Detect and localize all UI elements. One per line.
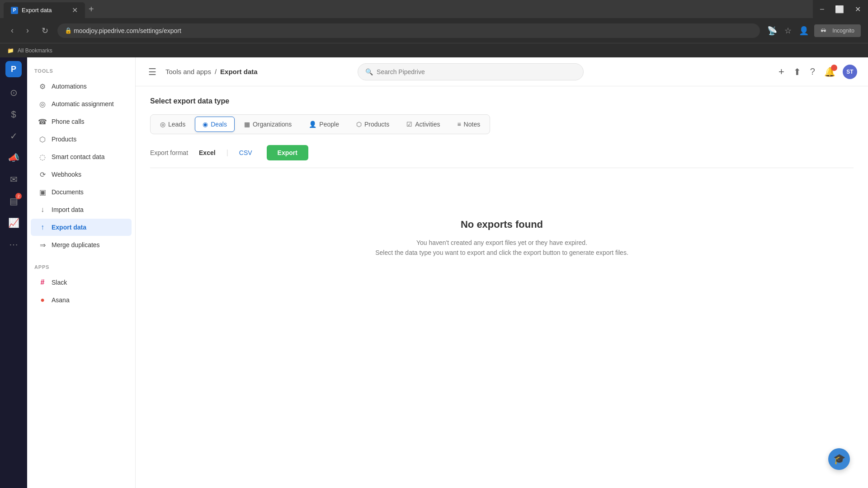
rail-item-home[interactable]: ⊙: [4, 83, 24, 103]
tab-products[interactable]: ⬡ Products: [349, 117, 397, 132]
slack-icon: #: [38, 278, 47, 287]
empty-desc-line2: Select the data type you want to export …: [375, 249, 628, 256]
sidebar-item-slack[interactable]: # Slack: [31, 274, 132, 291]
tab-leads[interactable]: ◎ Leads: [152, 117, 193, 132]
add-new-button[interactable]: +: [777, 64, 786, 80]
rail-item-mail[interactable]: ✉: [4, 169, 24, 189]
header-actions: + ⬆ ? 🔔 ST: [777, 64, 857, 80]
export-button[interactable]: Export: [267, 145, 308, 160]
breadcrumb-current: Export data: [220, 68, 258, 75]
sidebar-item-documents[interactable]: ▣ Documents: [31, 183, 132, 201]
rail-item-reports[interactable]: 📈: [4, 213, 24, 233]
rail-item-calendar[interactable]: ▤ 2: [4, 191, 24, 211]
sidebar-item-products[interactable]: ⬡ Products: [31, 131, 132, 148]
sidebar-item-automatic-assignment[interactable]: ◎ Automatic assignment: [31, 95, 132, 113]
import-icon: ↓: [38, 205, 47, 214]
tab-close-button[interactable]: ✕: [72, 6, 78, 14]
bookmarks-label[interactable]: All Bookmarks: [18, 47, 52, 54]
browser-tab[interactable]: P Export data ✕: [4, 2, 85, 18]
win-minimize-button[interactable]: –: [816, 3, 828, 15]
tab-activities[interactable]: ☑ Activities: [399, 117, 448, 132]
bookmarks-folder-icon: 📁: [7, 47, 14, 54]
tab-leads-label: Leads: [168, 121, 185, 128]
main-content: ☰ Tools and apps / Export data 🔍 + ⬆ ? 🔔…: [136, 57, 868, 488]
products-icon: ⬡: [38, 135, 47, 144]
export-format-row: Export format Excel | CSV Export: [150, 145, 854, 168]
sidebar-apps-label: APPS: [27, 261, 135, 273]
activities-tab-icon: ☑: [406, 121, 412, 128]
tab-organizations-label: Organizations: [253, 121, 292, 128]
automatic-assignment-icon: ◎: [38, 99, 47, 108]
empty-state-description: You haven't created any export files yet…: [375, 238, 628, 258]
products-tab-icon: ⬡: [356, 121, 362, 128]
user-avatar[interactable]: ST: [843, 65, 857, 79]
floating-help-button[interactable]: 🎓: [828, 448, 850, 470]
bookmark-star-icon[interactable]: ☆: [783, 24, 793, 38]
rail-item-announcements[interactable]: 📣: [4, 148, 24, 168]
sidebar-item-asana-label: Asana: [52, 296, 70, 304]
automations-icon: ⚙: [38, 82, 47, 91]
sidebar-item-phone-calls[interactable]: ☎ Phone calls: [31, 113, 132, 130]
sidebar-item-phone-calls-label: Phone calls: [52, 118, 84, 125]
sidebar-item-documents-label: Documents: [52, 188, 84, 196]
sidebar-item-asana[interactable]: ● Asana: [31, 291, 132, 309]
search-bar[interactable]: 🔍: [358, 63, 584, 80]
excel-format-option[interactable]: Excel: [195, 147, 219, 158]
sidebar-item-export-data[interactable]: ↑ Export data: [31, 219, 132, 236]
tab-people[interactable]: 👤 People: [301, 117, 347, 132]
merge-icon: ⇒: [38, 240, 47, 249]
tab-notes[interactable]: ≡ Notes: [449, 117, 488, 132]
new-tab-button[interactable]: +: [85, 4, 98, 14]
sidebar-item-smart-contact[interactable]: ◌ Smart contact data: [31, 148, 132, 165]
tab-organizations[interactable]: ▦ Organizations: [236, 117, 299, 132]
empty-state-title: No exports found: [461, 219, 543, 230]
search-input[interactable]: [377, 68, 576, 75]
win-maximize-button[interactable]: ⬜: [831, 3, 848, 15]
profile-icon[interactable]: 👤: [797, 24, 811, 38]
section-title: Select export data type: [150, 97, 854, 105]
rail-item-deals[interactable]: $: [4, 104, 24, 124]
pipedrive-logo[interactable]: P: [5, 61, 22, 77]
notes-tab-icon: ≡: [457, 121, 461, 128]
sidebar-item-merge-duplicates[interactable]: ⇒ Merge duplicates: [31, 236, 132, 253]
sidebar-item-webhooks[interactable]: ⟳ Webhooks: [31, 166, 132, 183]
tab-people-label: People: [319, 121, 339, 128]
sidebar-item-automations-label: Automations: [52, 83, 87, 90]
search-icon: 🔍: [365, 68, 373, 75]
updates-button[interactable]: ⬆: [792, 65, 803, 79]
forward-button[interactable]: ›: [23, 24, 33, 37]
address-bar[interactable]: 🔒 moodjoy.pipedrive.com/settings/export: [57, 23, 760, 38]
smart-contact-icon: ◌: [38, 152, 47, 161]
webhooks-icon: ⟳: [38, 170, 47, 179]
phone-calls-icon: ☎: [38, 117, 47, 126]
incognito-badge: 🕶 Incognito: [814, 24, 861, 37]
help-button[interactable]: ?: [808, 65, 817, 79]
cast-icon[interactable]: 📡: [765, 24, 779, 38]
sidebar-item-merge-label: Merge duplicates: [52, 241, 100, 249]
notification-badge: [831, 65, 837, 71]
tab-deals[interactable]: ◉ Deals: [195, 117, 235, 132]
breadcrumb-parent[interactable]: Tools and apps: [165, 68, 211, 75]
win-close-button[interactable]: ✕: [851, 3, 864, 15]
back-button[interactable]: ‹: [7, 24, 17, 37]
sidebar-item-automatic-assignment-label: Automatic assignment: [52, 100, 114, 108]
organizations-tab-icon: ▦: [244, 121, 250, 128]
refresh-button[interactable]: ↻: [38, 24, 52, 38]
sidebar-item-smart-contact-label: Smart contact data: [52, 153, 105, 160]
tab-activities-label: Activities: [415, 121, 440, 128]
sidebar-item-automations[interactable]: ⚙ Automations: [31, 78, 132, 95]
tab-notes-label: Notes: [464, 121, 481, 128]
sidebar-item-slack-label: Slack: [52, 279, 67, 286]
sidebar-item-import-label: Import data: [52, 206, 84, 213]
url-text: moodjoy.pipedrive.com/settings/export: [74, 27, 181, 34]
csv-format-option[interactable]: CSV: [236, 147, 256, 158]
rail-item-activity[interactable]: ✓: [4, 126, 24, 146]
export-icon: ↑: [38, 223, 47, 232]
tab-title: Export data: [22, 7, 52, 14]
menu-toggle-button[interactable]: ☰: [146, 65, 158, 79]
format-label: Export format: [150, 149, 188, 156]
sidebar-item-import-data[interactable]: ↓ Import data: [31, 201, 132, 218]
format-divider: |: [226, 149, 228, 157]
notifications-button[interactable]: 🔔: [822, 65, 837, 79]
rail-item-more[interactable]: ⋯: [4, 235, 24, 254]
